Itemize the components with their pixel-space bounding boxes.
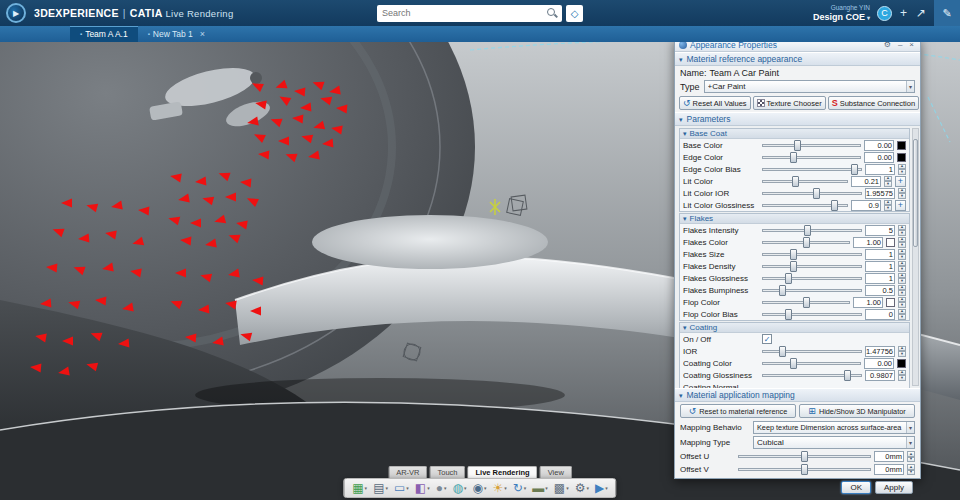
value-field[interactable]: 0.21	[851, 176, 881, 187]
panel-scrollbar[interactable]	[912, 128, 919, 386]
slider-thumb[interactable]	[803, 237, 810, 248]
chevron-down-icon[interactable]: ▾	[427, 485, 430, 491]
offset-u-spinner[interactable]: ▲▼	[907, 451, 915, 462]
value-field[interactable]: 1	[865, 249, 895, 260]
spin-down-icon[interactable]: ▼	[898, 290, 906, 296]
scrollbar-thumb[interactable]	[913, 139, 918, 247]
substance-connection-button[interactable]: S Substance Connection	[828, 96, 919, 110]
slider-thumb[interactable]	[779, 285, 786, 296]
spin-down-icon[interactable]: ▼	[898, 302, 906, 308]
type-select[interactable]: +Car Paint ▾	[704, 80, 915, 93]
slider-thumb[interactable]	[790, 358, 797, 369]
slider-thumb[interactable]	[813, 188, 820, 199]
toolbar-icon-scene-tree[interactable]: ▦▾	[350, 481, 369, 495]
param-slider[interactable]	[762, 273, 862, 284]
value-field[interactable]: 0.9	[851, 200, 881, 211]
section-application-mapping[interactable]: ▾ Material application mapping	[675, 388, 920, 402]
close-icon[interactable]: ×	[200, 29, 205, 39]
reset-all-values-button[interactable]: ↺ Reset All Values	[679, 96, 751, 110]
slider-thumb[interactable]	[801, 464, 808, 475]
param-slider[interactable]	[762, 164, 862, 175]
value-field[interactable]: 1.95575	[865, 188, 895, 199]
chevron-down-icon[interactable]: ▾	[504, 485, 507, 491]
spinner[interactable]: ▲▼	[898, 237, 906, 248]
value-field[interactable]: 1.00	[853, 237, 883, 248]
spin-down-icon[interactable]: ▼	[898, 278, 906, 284]
slider-thumb[interactable]	[851, 164, 858, 175]
document-tab[interactable]: ▪New Tab 1×	[138, 26, 215, 42]
spinner[interactable]: ▲▼	[898, 225, 906, 236]
chevron-down-icon[interactable]: ▾	[385, 485, 388, 491]
section-parameters[interactable]: ▾ Parameters	[675, 112, 920, 126]
document-tab[interactable]: ▪Team A A.1	[70, 26, 138, 42]
mode-tab-ar-vr[interactable]: AR-VR	[388, 466, 427, 478]
spinner[interactable]: ▲▼	[898, 164, 906, 175]
toolbar-icon-ground[interactable]: ▬▾	[530, 481, 550, 495]
spinner[interactable]: ▲▼	[898, 346, 906, 357]
color-swatch[interactable]	[897, 153, 906, 162]
group-header[interactable]: ▾Coating	[680, 323, 909, 333]
mode-tab-live-rendering[interactable]: Live Rendering	[468, 466, 538, 478]
offset-v-value[interactable]: 0mm	[874, 464, 904, 475]
hide-show-3d-manipulator-button[interactable]: ⊞ Hide/Show 3D Manipulator	[799, 404, 915, 418]
chevron-down-icon[interactable]: ▾	[545, 485, 548, 491]
spin-down-icon[interactable]: ▼	[898, 351, 906, 357]
user-block[interactable]: Guanghe YIN Design COE▾	[813, 4, 870, 22]
value-field[interactable]: 0	[865, 309, 895, 320]
slider-thumb[interactable]	[803, 297, 810, 308]
value-field[interactable]: 1.47756	[865, 346, 895, 357]
slider-thumb[interactable]	[844, 370, 851, 381]
param-slider[interactable]	[762, 200, 848, 211]
spin-down-icon[interactable]: ▼	[898, 266, 906, 272]
slider-thumb[interactable]	[831, 200, 838, 211]
spinner[interactable]: ▲▼	[898, 370, 906, 381]
avatar[interactable]: C	[877, 6, 892, 21]
share-icon[interactable]: ↗	[915, 6, 927, 20]
value-field[interactable]: 0.00	[864, 358, 894, 369]
offset-u-value[interactable]: 0mm	[874, 451, 904, 462]
chevron-down-icon[interactable]: ▾	[365, 485, 368, 491]
color-swatch[interactable]	[886, 238, 895, 247]
slider-thumb[interactable]	[790, 249, 797, 260]
search-icon[interactable]	[547, 8, 557, 18]
add-icon[interactable]: +	[899, 6, 908, 20]
param-slider[interactable]	[762, 346, 862, 357]
compose-panel-icon[interactable]: ✎	[934, 0, 960, 26]
toolbar-icon-grid[interactable]: ▩▾	[552, 481, 571, 495]
section-material-reference[interactable]: ▾ Material reference appearance	[675, 52, 920, 66]
search-box[interactable]	[377, 5, 562, 22]
spin-down-icon[interactable]: ▼	[898, 242, 906, 248]
gear-icon[interactable]: ⚙	[882, 41, 893, 49]
spinner[interactable]: ▲▼	[898, 273, 906, 284]
chevron-down-icon[interactable]: ▾	[484, 485, 487, 491]
toolbar-icon-turntable[interactable]: ↻▾	[511, 481, 529, 495]
slider-thumb[interactable]	[792, 176, 799, 187]
param-slider[interactable]	[762, 285, 862, 296]
param-slider[interactable]	[762, 176, 848, 187]
group-header[interactable]: ▾Flakes	[680, 214, 909, 224]
toolbar-icon-camera[interactable]: ◉▾	[470, 481, 488, 495]
expand-button[interactable]: +	[895, 176, 906, 187]
spin-down-icon[interactable]: ▼	[898, 375, 906, 381]
value-field[interactable]: 1	[865, 261, 895, 272]
param-slider[interactable]	[762, 297, 850, 308]
value-field[interactable]: 1	[865, 273, 895, 284]
spinner[interactable]: ▲▼	[898, 261, 906, 272]
param-slider[interactable]	[762, 358, 861, 369]
chevron-down-icon[interactable]: ▾	[586, 485, 589, 491]
value-field[interactable]: 5	[865, 225, 895, 236]
spin-down-icon[interactable]: ▼	[884, 181, 892, 187]
value-field[interactable]: 1	[865, 164, 895, 175]
toolbar-icon-lighting[interactable]: ☀▾	[490, 481, 508, 495]
spinner[interactable]: ▲▼	[884, 176, 892, 187]
spin-down-icon[interactable]: ▼	[898, 230, 906, 236]
texture-chooser-button[interactable]: Texture Chooser	[753, 96, 826, 110]
value-field[interactable]: 0.00	[864, 152, 894, 163]
param-slider[interactable]	[762, 249, 862, 260]
chevron-down-icon[interactable]: ▾	[566, 485, 569, 491]
value-field[interactable]: 1.00	[853, 297, 883, 308]
spin-down-icon[interactable]: ▼	[907, 470, 915, 476]
slider-thumb[interactable]	[785, 273, 792, 284]
param-slider[interactable]	[762, 140, 861, 151]
slider-thumb[interactable]	[794, 140, 801, 151]
